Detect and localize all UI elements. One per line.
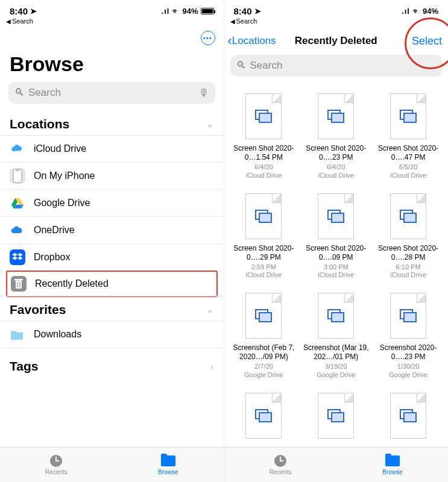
file-item[interactable]: [230, 393, 298, 445]
file-source: iCloud Drive: [245, 271, 282, 280]
file-name: Screenshot 2020-0….23 PM: [375, 343, 441, 362]
file-name: Screen Shot 2020-0….23 PM: [303, 144, 369, 162]
file-thumbnail-icon: [390, 93, 426, 139]
nav-bar: ‹ Locations Recently Deleted Select: [224, 28, 449, 52]
favorite-label: Downloads: [34, 329, 81, 340]
back-label: Search: [12, 17, 33, 25]
file-item[interactable]: Screen Shot 2020-0….28 PM 6:10 PM iCloud…: [374, 193, 442, 280]
back-label: Search: [236, 17, 257, 25]
tab-recents-label: Recents: [270, 469, 292, 475]
location-row-phone[interactable]: On My iPhone: [0, 163, 224, 190]
search-placeholder: Search: [250, 60, 437, 72]
file-item[interactable]: Screen Shot 2020-0….23 PM 6/4/20 iCloud …: [302, 93, 370, 180]
location-label: Recently Deleted: [35, 278, 109, 289]
tab-recents[interactable]: Recents: [270, 454, 292, 475]
file-date: 6:10 PM: [396, 263, 421, 272]
chevron-left-icon: ‹: [228, 33, 232, 49]
svg-marker-8: [17, 257, 23, 260]
file-thumbnail-icon: [318, 293, 354, 339]
file-item[interactable]: Screenshot (Mar 19, 202…/01 PM) 3/19/20 …: [302, 293, 370, 380]
location-label: iCloud Drive: [34, 143, 86, 154]
location-row-cloud[interactable]: iCloud Drive: [0, 136, 224, 163]
svg-marker-7: [12, 257, 17, 260]
clock-icon: [274, 455, 286, 467]
tab-browse-label: Browse: [158, 469, 178, 475]
tab-recents[interactable]: Recents: [45, 454, 68, 475]
tab-browse-label: Browse: [382, 469, 402, 475]
phone-icon: [10, 168, 25, 184]
file-item[interactable]: Screenshot (Feb 7, 2020…/09 PM) 2/7/20 G…: [230, 293, 298, 380]
page-title: Browse: [0, 49, 224, 82]
locations-list: iCloud DriveOn My iPhoneGoogle DriveOneD…: [0, 136, 224, 296]
battery-icon: [201, 8, 214, 14]
file-date: 2:59 PM: [251, 263, 276, 272]
file-item[interactable]: Screen Shot 2020-0….29 PM 2:59 PM iCloud…: [230, 193, 298, 280]
gdrive-icon: [10, 195, 25, 211]
location-label: On My iPhone: [34, 171, 95, 181]
mic-icon[interactable]: 🎙︎: [198, 87, 209, 99]
status-time: 8:40: [234, 6, 252, 16]
file-thumbnail-icon: [390, 293, 426, 339]
back-to-search[interactable]: ◀ Search: [0, 17, 224, 28]
location-row-gdrive[interactable]: Google Drive: [0, 190, 224, 217]
back-locations-label: Locations: [232, 35, 276, 47]
chevron-down-icon: ⌄: [206, 119, 214, 130]
file-date: 3/19/20: [325, 363, 347, 371]
file-source: iCloud Drive: [318, 271, 354, 280]
file-name: Screen Shot 2020-0….09 PM: [303, 244, 369, 262]
file-date: 6/4/20: [327, 163, 345, 172]
tab-browse[interactable]: Browse: [158, 454, 178, 475]
trash-icon: [11, 276, 27, 292]
tags-header[interactable]: Tags ›: [0, 348, 224, 380]
favorites-title: Favorites: [10, 302, 66, 317]
back-locations-button[interactable]: ‹ Locations: [228, 33, 276, 49]
status-time: 8:40: [10, 6, 28, 16]
battery-percent: 94%: [423, 7, 438, 16]
more-options-button[interactable]: •••: [201, 31, 215, 45]
search-icon: 🔍︎: [236, 60, 247, 72]
file-item[interactable]: Screen Shot 2020-0…1.54 PM 6/4/20 iCloud…: [230, 93, 298, 180]
file-source: iCloud Drive: [245, 172, 282, 180]
svg-rect-9: [16, 281, 22, 289]
search-icon: 🔍︎: [14, 87, 25, 99]
search-placeholder: Search: [28, 87, 195, 99]
battery-percent: 94%: [182, 7, 198, 16]
location-row-onedrive[interactable]: OneDrive: [0, 217, 224, 244]
wifi-icon: ᯤ: [412, 7, 420, 16]
signal-icon: .ıl: [162, 7, 170, 16]
file-source: iCloud Drive: [390, 172, 426, 180]
chevron-right-icon: ›: [211, 362, 214, 372]
file-name: Screen Shot 2020-0….28 PM: [375, 244, 441, 262]
file-item[interactable]: [302, 393, 370, 445]
tab-bar-left: Recents Browse: [0, 447, 224, 482]
favorites-header[interactable]: Favorites ⌄: [0, 296, 224, 321]
location-row-dropbox[interactable]: Dropbox: [0, 244, 224, 271]
dropbox-icon: [10, 249, 25, 265]
locations-header[interactable]: Locations ⌄: [0, 111, 224, 136]
select-button[interactable]: Select: [412, 35, 442, 48]
file-thumbnail-icon: [390, 393, 426, 439]
file-item[interactable]: [374, 393, 442, 445]
file-thumbnail-icon: [245, 193, 282, 239]
svg-rect-0: [13, 169, 22, 183]
file-thumbnail-icon: [245, 293, 282, 339]
file-source: Google Drive: [244, 371, 283, 380]
file-item[interactable]: Screen Shot 2020-0….09 PM 3:00 PM iCloud…: [302, 193, 370, 280]
location-row-trash[interactable]: Recently Deleted: [6, 271, 218, 297]
file-thumbnail-icon: [318, 393, 354, 439]
status-right: .ıl ᯤ 94%: [402, 7, 438, 16]
status-bar: 8:40 ➤ .ıl ᯤ 94%: [224, 0, 449, 17]
location-icon: ➤: [30, 7, 37, 16]
file-item[interactable]: Screenshot 2020-0….23 PM 1/30/20 Google …: [374, 293, 442, 380]
back-triangle-icon: ◀: [6, 18, 11, 25]
search-input[interactable]: 🔍︎ Search 🎙︎: [8, 82, 215, 104]
favorite-row-downloads[interactable]: Downloads: [0, 321, 224, 348]
file-source: Google Drive: [317, 371, 355, 380]
file-thumbnail-icon: [245, 393, 282, 439]
file-item[interactable]: Screen Shot 2020-0….47 PM 6/5/20 iCloud …: [374, 93, 442, 180]
location-label: OneDrive: [34, 225, 75, 236]
svg-rect-12: [19, 282, 20, 287]
location-label: Google Drive: [34, 198, 90, 208]
tab-browse[interactable]: Browse: [382, 454, 402, 475]
file-name: Screen Shot 2020-0….29 PM: [230, 244, 297, 262]
